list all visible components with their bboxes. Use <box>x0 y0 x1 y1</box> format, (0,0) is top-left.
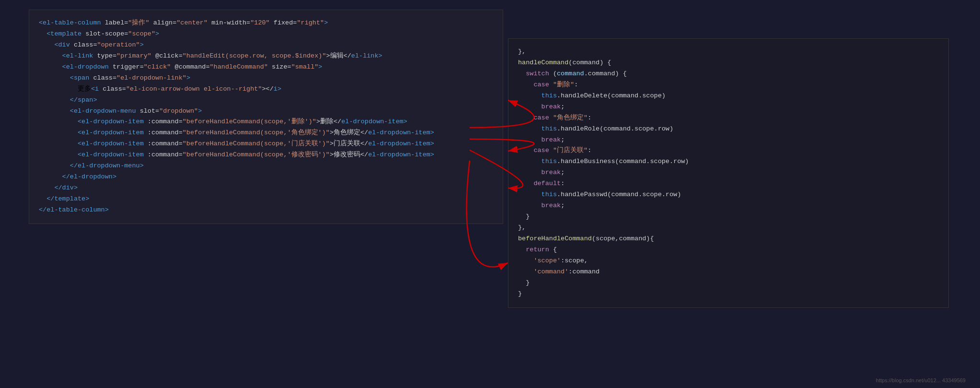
code-line: <el-table-column label="操作" align="cente… <box>39 18 493 29</box>
code-line: 'scope':scope, <box>518 256 939 267</box>
code-line: } <box>518 278 939 289</box>
code-line: <el-dropdown-item :command="beforeHandle… <box>39 128 493 139</box>
code-line: </el-table-column> <box>39 205 493 216</box>
code-line: <el-dropdown-item :command="beforeHandle… <box>39 150 493 161</box>
code-line: <el-dropdown-menu slot="dropdown"> <box>39 106 493 117</box>
code-line: <el-dropdown trigger="click" @command="h… <box>39 62 493 73</box>
code-line: break; <box>518 167 939 178</box>
code-line: } <box>518 289 939 300</box>
code-line: <el-link type="primary" @click="handleEd… <box>39 51 493 62</box>
code-line: }, <box>518 223 939 234</box>
code-line: <el-dropdown-item :command="beforeHandle… <box>39 139 493 150</box>
code-line: handleCommand(command) { <box>518 58 939 69</box>
code-line: this.handlePasswd(command.scope.row) <box>518 189 939 200</box>
code-line: }, <box>518 47 939 58</box>
code-line: break; <box>518 102 939 113</box>
left-code-panel: <el-table-column label="操作" align="cente… <box>29 10 503 224</box>
code-line: <template slot-scope="scope"> <box>39 29 493 40</box>
code-line: break; <box>518 135 939 146</box>
watermark: https://blog.csdn.net/u012... 43349569 <box>876 377 966 383</box>
code-line: } <box>518 212 939 223</box>
code-line: beforeHandleCommand(scope,command){ <box>518 234 939 245</box>
code-line: default: <box>518 178 939 189</box>
code-line: </template> <box>39 194 493 205</box>
code-line: </el-dropdown-menu> <box>39 161 493 172</box>
code-line: </span> <box>39 95 493 106</box>
code-line: return { <box>518 245 939 256</box>
code-line: case "角色绑定": <box>518 113 939 124</box>
code-line: case "删除": <box>518 80 939 91</box>
code-line: </div> <box>39 183 493 194</box>
code-line: 更多<i class="el-icon-arrow-down el-icon--… <box>39 84 493 95</box>
right-code-panel: }, handleCommand(command) { switch (comm… <box>508 38 949 308</box>
code-line: break; <box>518 200 939 212</box>
code-line: </el-dropdown> <box>39 172 493 183</box>
code-line: switch (command.command) { <box>518 69 939 80</box>
code-line: <div class="operation"> <box>39 40 493 51</box>
code-line: this.handleDelete(command.scope) <box>518 91 939 102</box>
code-line: 'command':command <box>518 267 939 278</box>
code-line: this.handleBusiness(command.scope.row) <box>518 156 939 167</box>
code-line: <el-dropdown-item :command="beforeHandle… <box>39 117 493 128</box>
code-line: this.handleRole(command.scope.row) <box>518 124 939 135</box>
code-line: case "门店关联": <box>518 145 939 156</box>
code-line: <span class="el-dropdown-link"> <box>39 73 493 84</box>
